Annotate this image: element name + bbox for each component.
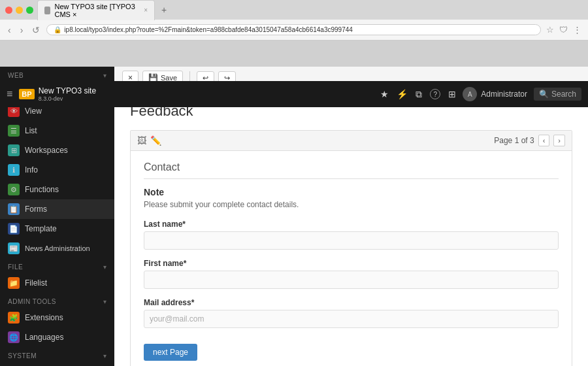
functions-icon: ⚙ [8, 184, 20, 195]
contact-section-title: Contact [144, 161, 559, 179]
sidebar-section-file: FILE ▾ [0, 258, 114, 273]
logo-title: New TYPO3 site [39, 86, 96, 95]
grid-icon[interactable]: ⊞ [448, 89, 456, 99]
mail-label: Mail address* [144, 298, 559, 307]
top-bar: ≡ BP New TYPO3 site 8.3.0-dev ★ ⚡ ⧉ ? ⊞ … [0, 81, 588, 107]
pagination-prev-button[interactable]: ‹ [538, 135, 550, 146]
pagination-next-button[interactable]: › [553, 135, 565, 146]
bookmark-icon[interactable]: ☆ [545, 24, 555, 36]
lock-icon: 🔒 [54, 26, 61, 33]
next-page-button[interactable]: next Page [144, 344, 197, 361]
sidebar-filelist-label: Filelist [25, 278, 47, 288]
traffic-lights [5, 7, 33, 14]
file-section-arrow: ▾ [103, 263, 107, 271]
form-header-icons: 🖼 ✏️ [137, 135, 161, 146]
firstname-field-group: First name* [144, 259, 559, 289]
lastname-field-group: Last name* [144, 220, 559, 250]
template-icon: 📄 [8, 223, 20, 235]
browser-reload-button[interactable]: ↺ [29, 24, 42, 37]
tab-title: New TYPO3 site [TYPO3 CMS × [54, 3, 137, 18]
address-text: ip8.local/typo3/index.php?route=%2Fmain&… [64, 26, 352, 33]
sidebar-item-languages[interactable]: 🌐 Languages [0, 327, 114, 347]
user-name: Administrator [481, 90, 527, 99]
form-header: 🖼 ✏️ Page 1 of 3 ‹ › [131, 131, 572, 151]
new-tab-button[interactable]: + [159, 5, 169, 15]
firstname-input[interactable] [144, 271, 559, 289]
file-section-label: FILE [8, 263, 23, 271]
form-body: Contact Note Please submit your complete… [131, 151, 572, 366]
pagination-text: Page 1 of 3 [494, 136, 534, 145]
logo-version: 8.3.0-dev [39, 95, 96, 102]
sidebar-list-label: List [25, 126, 37, 135]
browser-address-bar: ‹ › ↺ 🔒 ip8.local/typo3/index.php?route=… [0, 20, 588, 41]
shield-icon[interactable]: 🛡 [558, 24, 569, 36]
pagination: Page 1 of 3 ‹ › [494, 135, 565, 146]
more-options-icon[interactable]: ⋮ [572, 24, 583, 36]
languages-icon: 🌐 [8, 331, 20, 343]
form-settings-icon[interactable]: ✏️ [150, 135, 161, 146]
search-button[interactable]: 🔍 Search [534, 88, 581, 101]
sidebar-item-news[interactable]: 📰 News Administration [0, 239, 114, 258]
mail-field-group: Mail address* [144, 298, 559, 328]
user-menu[interactable]: A Administrator [463, 87, 527, 101]
system-section-arrow: ▾ [103, 352, 107, 359]
web-section-label: WEB [8, 72, 24, 79]
sidebar-item-info[interactable]: ℹ Info [0, 160, 114, 180]
lastname-input[interactable] [144, 231, 559, 250]
lastname-label: Last name* [144, 220, 559, 229]
content-area: Feedback 🖼 ✏️ Page 1 of 3 ‹ › [114, 90, 588, 366]
sidebar-item-access[interactable]: 🔒 Access [0, 362, 114, 366]
sidebar-item-filelist[interactable]: 📁 Filelist [0, 273, 114, 293]
sidebar-item-extensions[interactable]: 🧩 Extensions [0, 308, 114, 327]
web-section-arrow: ▾ [103, 72, 107, 79]
hamburger-icon[interactable]: ≡ [7, 88, 12, 100]
sidebar-item-template[interactable]: 📄 Template [0, 219, 114, 239]
question-icon[interactable]: ? [430, 89, 440, 99]
sidebar-item-workspaces[interactable]: ⊞ Workspaces [0, 141, 114, 160]
star-icon[interactable]: ★ [380, 89, 389, 99]
browser-forward-button[interactable]: › [18, 24, 26, 37]
sidebar-item-functions[interactable]: ⚙ Functions [0, 180, 114, 199]
tab-favicon [44, 7, 50, 14]
copy-icon[interactable]: ⧉ [416, 89, 422, 100]
browser-chrome: New TYPO3 site [TYPO3 CMS × × + ‹ › ↺ 🔒 … [0, 0, 588, 41]
info-icon: ℹ [8, 164, 20, 176]
sidebar-section-admin: ADMIN TOOLS ▾ [0, 293, 114, 308]
news-icon: 📰 [8, 242, 20, 254]
minimize-traffic-light[interactable] [16, 7, 23, 14]
tab-close-btn[interactable]: × [144, 7, 148, 14]
extensions-icon: 🧩 [8, 312, 20, 324]
sidebar-section-web: WEB ▾ [0, 67, 114, 82]
browser-tab[interactable]: New TYPO3 site [TYPO3 CMS × × [37, 0, 155, 20]
topbar-icons: ★ ⚡ ⧉ ? ⊞ [380, 89, 456, 100]
sidebar-item-list[interactable]: ☰ List [0, 121, 114, 141]
sidebar-info-label: Info [25, 165, 38, 175]
list-icon: ☰ [8, 125, 20, 137]
close-traffic-light[interactable] [5, 7, 12, 14]
note-text: Please submit your complete contact deta… [144, 200, 559, 209]
sidebar-item-forms[interactable]: 📋 Forms [0, 199, 114, 219]
browser-title-bar: New TYPO3 site [TYPO3 CMS × × + [0, 0, 588, 20]
sidebar-section-system: SYSTEM ▾ [0, 347, 114, 362]
main-content: × 💾 Save ↩ ↪ Feedback [114, 67, 588, 366]
address-input[interactable]: 🔒 ip8.local/typo3/index.php?route=%2Fmai… [46, 24, 541, 35]
admin-section-arrow: ▾ [103, 298, 107, 305]
app-layout: WEB ▾ 📄 Page 👁 View ☰ List ⊞ Workspaces … [0, 67, 588, 366]
search-label: Search [551, 90, 576, 99]
browser-back-button[interactable]: ‹ [5, 24, 14, 37]
sidebar-functions-label: Functions [25, 185, 59, 194]
sidebar-news-label: News Administration [25, 244, 90, 252]
maximize-traffic-light[interactable] [26, 7, 33, 14]
filelist-icon: 📁 [8, 277, 20, 289]
admin-section-label: ADMIN TOOLS [8, 298, 56, 305]
sidebar-workspaces-label: Workspaces [25, 146, 68, 155]
bolt-icon[interactable]: ⚡ [397, 89, 408, 99]
sidebar-view-label: View [25, 107, 42, 116]
logo-bp: BP [19, 89, 34, 99]
system-section-label: SYSTEM [8, 352, 37, 359]
form-edit-icon[interactable]: 🖼 [137, 135, 146, 146]
note-title: Note [144, 187, 559, 197]
logo-text-block: New TYPO3 site 8.3.0-dev [39, 86, 96, 102]
mail-input[interactable] [144, 310, 559, 328]
firstname-label: First name* [144, 259, 559, 268]
